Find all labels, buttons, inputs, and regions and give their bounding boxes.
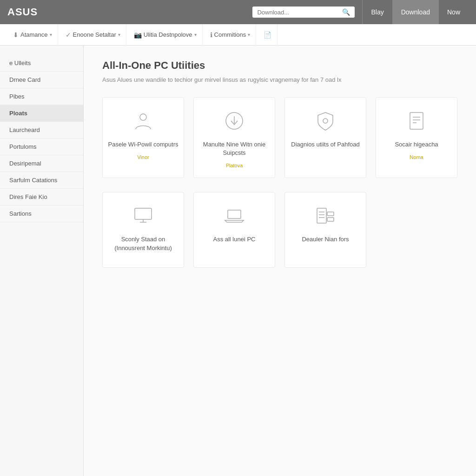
search-input[interactable] [257, 9, 342, 16]
sec-nav-enoone[interactable]: ✓ Enoone Setaltar ▾ [60, 24, 126, 46]
laptop-icon [220, 202, 248, 230]
utility-card-pasele[interactable]: Pasele Wi-Powil computrs Vinor [102, 97, 184, 178]
sidebar-item-desiripemal[interactable]: Desiripemal [0, 155, 83, 172]
svg-rect-16 [327, 212, 334, 216]
page-description: Asus Alues une wandile to techior gur mi… [102, 76, 457, 83]
svg-rect-11 [228, 210, 241, 218]
chevron-icon-4: ▾ [248, 32, 250, 37]
sidebar-item-e-ulleits[interactable]: e Ulleits [0, 55, 83, 72]
top-navigation: ASUS 🔍 Blay Download Now [0, 0, 476, 24]
chevron-icon: ▾ [50, 32, 52, 37]
utility-grid: Pasele Wi-Powil computrs Vinor Manulte N… [102, 97, 457, 268]
nav-link-download[interactable]: Download [392, 0, 438, 24]
sec-nav-label-atamance: Atamance [20, 31, 48, 38]
search-icon: 🔍 [342, 8, 350, 16]
utility-card-manulte[interactable]: Manulte Nine Witn onie Suipcsts Platova [193, 97, 275, 178]
sidebar-item-laurcheard[interactable]: Laurcheard [0, 122, 83, 139]
card-title-socair: Socair higeacha [395, 140, 438, 149]
sidebar-item-drnee-card[interactable]: Drnee Card [0, 72, 83, 88]
sec-nav-commitions[interactable]: ℹ Commitions ▾ [205, 24, 257, 46]
sec-nav-label-enoone: Enoone Setaltar [73, 31, 116, 38]
svg-rect-8 [135, 208, 152, 219]
utility-card-diagnios[interactable]: Diagnios utiits of Pahfoad [284, 97, 366, 178]
sec-nav-ulitia[interactable]: 📷 Ulitia Destnpolove ▾ [128, 24, 203, 46]
download-icon: ⬇ [13, 31, 19, 39]
card-title-diagnios: Diagnios utiits of Pahfoad [291, 140, 359, 149]
secondary-navigation: ⬇ Atamance ▾ ✓ Enoone Setaltar ▾ 📷 Uliti… [0, 24, 476, 46]
sidebar-item-sarfulm[interactable]: Sarfulm Catations [0, 172, 83, 189]
sidebar-item-ploats[interactable]: Ploats [0, 105, 83, 122]
utility-card-sconly[interactable]: Sconly Staad on (Innousrent Morkintu) [102, 192, 184, 267]
card-title-ass: Ass all lunei PC [213, 235, 255, 244]
card-title-manulte: Manulte Nine Witn onie Suipcsts [198, 140, 270, 157]
main-content: All-In-One PC Utiities Asus Alues une wa… [84, 46, 476, 476]
person-icon [129, 107, 157, 135]
download-circle-icon [220, 107, 248, 135]
nav-link-blay[interactable]: Blay [362, 0, 392, 24]
check-icon: ✓ [66, 31, 71, 39]
doc-icon: 📄 [264, 31, 271, 39]
utility-card-socair[interactable]: Socair higeacha Noma [376, 97, 457, 178]
sec-nav-atamance[interactable]: ⬇ Atamance ▾ [7, 24, 58, 46]
card-badge-manulte: Platova [226, 163, 243, 168]
page-title: All-In-One PC Utiities [102, 60, 457, 72]
card-badge-socair: Noma [410, 154, 423, 160]
monitor-icon [129, 202, 157, 230]
card-badge-pasele: Vinor [137, 154, 149, 160]
nav-link-now[interactable]: Now [438, 0, 469, 24]
document-icon [403, 107, 430, 135]
shield-icon [311, 107, 339, 135]
svg-rect-4 [410, 112, 423, 129]
top-nav-links: Blay Download Now [362, 0, 469, 24]
sidebar: e Ulleits Drnee Card Pibes Ploats Laurch… [0, 46, 84, 476]
sidebar-item-portuloms[interactable]: Portuloms [0, 139, 83, 155]
brand-logo: ASUS [7, 6, 38, 18]
svg-rect-12 [317, 208, 326, 223]
utility-card-deauler[interactable]: Deauler Nian fors [284, 192, 366, 267]
main-layout: e Ulleits Drnee Card Pibes Ploats Laurch… [0, 46, 476, 476]
card-title-pasele: Pasele Wi-Powil computrs [108, 140, 178, 149]
svg-rect-17 [327, 218, 334, 221]
card-title-sconly: Sconly Staad on (Innousrent Morkintu) [107, 235, 179, 252]
data-chart-icon [311, 202, 339, 230]
svg-point-0 [140, 114, 146, 120]
search-box[interactable]: 🔍 [252, 7, 355, 18]
chevron-icon-3: ▾ [194, 32, 197, 37]
svg-point-3 [323, 119, 328, 123]
utility-card-ass[interactable]: Ass all lunei PC [193, 192, 275, 267]
info-icon: ℹ [210, 31, 212, 39]
camera-icon: 📷 [134, 31, 142, 39]
card-title-deauler: Deauler Nian fors [302, 235, 349, 244]
sidebar-item-pibes[interactable]: Pibes [0, 88, 83, 105]
sidebar-item-dires[interactable]: Dires Faie Kio [0, 189, 83, 205]
sec-nav-doc[interactable]: 📄 [258, 24, 278, 46]
sidebar-item-sartions[interactable]: Sartions [0, 205, 83, 222]
chevron-icon-2: ▾ [118, 32, 120, 37]
sec-nav-label-commitions: Commitions [214, 31, 246, 38]
sec-nav-label-ulitia: Ulitia Destnpolove [144, 31, 192, 38]
